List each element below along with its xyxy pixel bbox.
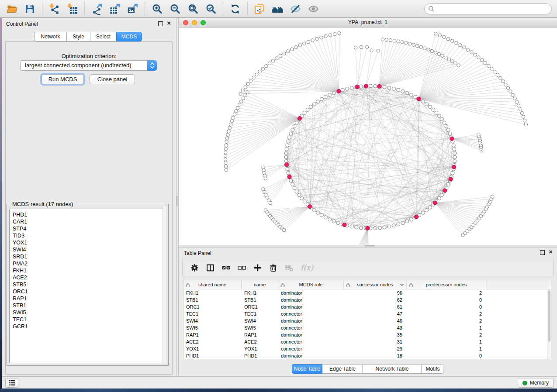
cell[interactable]: PHD1 [183, 352, 242, 359]
cell[interactable]: connector [278, 310, 344, 317]
control-panel-float-button[interactable] [158, 21, 163, 26]
mcds-result-item[interactable]: PHD1 [13, 211, 166, 218]
mcds-result-item[interactable]: SWI5 [13, 309, 166, 316]
cell[interactable]: 96 [344, 289, 407, 296]
cell[interactable]: dominator [278, 303, 344, 310]
cell[interactable]: connector [278, 338, 344, 345]
memory-button[interactable]: Memory [518, 378, 554, 388]
search-input[interactable] [424, 3, 552, 14]
cell[interactable]: ACE2 [242, 338, 278, 345]
mcds-result-item[interactable]: GCR1 [13, 323, 166, 330]
hide-selected-button[interactable] [287, 2, 304, 16]
mcds-result-list[interactable]: PHD1CAR1STP4TID3YOX1SWI4SRD1PMA2FKH1ACE2… [9, 209, 166, 363]
optimization-criterion-select[interactable]: largest connected component (undirected) [20, 60, 157, 71]
tab-network[interactable]: Network [34, 32, 66, 41]
cell[interactable]: dominator [278, 289, 344, 296]
table-scrollbar-thumb[interactable] [548, 290, 550, 342]
tab-style[interactable]: Style [66, 32, 90, 41]
cell[interactable]: 18 [344, 352, 407, 359]
table-row[interactable]: PHD1PHD1dominator180 [183, 352, 551, 359]
cell[interactable]: ACE2 [183, 338, 242, 345]
column-header-successor-nodes[interactable]: successor nodes [344, 280, 407, 289]
network-graph[interactable] [179, 28, 557, 245]
mcds-result-item[interactable]: TID3 [13, 232, 166, 239]
cell[interactable]: TEC1 [183, 310, 242, 317]
column-header-predecessor-nodes[interactable]: predecessor nodes [407, 280, 486, 289]
import-network-button[interactable] [45, 2, 63, 16]
mcds-result-item[interactable]: FKH1 [13, 267, 166, 274]
table-row[interactable]: ACE2ACE2connector311 [183, 338, 551, 345]
mcds-result-item[interactable]: CAR1 [13, 218, 166, 225]
mcds-result-item[interactable]: ACE2 [13, 274, 166, 281]
cell[interactable]: 1 [407, 338, 486, 345]
cell[interactable]: ORC1 [183, 303, 242, 310]
network-from-selection-button[interactable] [251, 2, 269, 16]
mcds-result-item[interactable]: STB5 [13, 281, 166, 288]
cell[interactable]: 2 [407, 331, 486, 338]
mcds-result-item[interactable]: STP4 [13, 225, 166, 232]
cell[interactable]: YOX1 [242, 345, 278, 352]
zoom-out-button[interactable] [166, 2, 184, 16]
refresh-view-button[interactable] [226, 2, 244, 16]
table-panel-float-button[interactable] [540, 250, 545, 255]
tab-mcds[interactable]: MCDS [116, 32, 142, 41]
cell[interactable]: 43 [344, 324, 407, 331]
table-row[interactable]: YOX1YOX1connector291 [183, 345, 551, 352]
mcds-result-item[interactable]: TEC1 [13, 316, 166, 323]
zoom-selected-button[interactable] [202, 2, 220, 16]
cell[interactable]: 46 [344, 317, 407, 324]
mcds-result-item[interactable]: YOX1 [13, 239, 166, 246]
tab-edge-table[interactable]: Edge Table [322, 364, 363, 374]
table-row[interactable]: SWI5SWI5connector431 [183, 324, 551, 331]
export-image-button[interactable] [124, 2, 142, 16]
cell[interactable]: ORC1 [242, 303, 278, 310]
table-row[interactable]: TEC1TEC1connector472 [183, 310, 551, 317]
zoom-in-button[interactable] [148, 2, 166, 16]
column-header-shared-name[interactable]: shared name [183, 280, 242, 289]
mcds-result-item[interactable]: SWI4 [13, 246, 166, 253]
table-scrollbar[interactable] [547, 289, 551, 359]
table-row[interactable]: STB1STB1dominator620 [183, 296, 551, 303]
tab-motifs[interactable]: Motifs [422, 364, 444, 374]
cell[interactable]: RAP1 [242, 331, 278, 338]
cell[interactable]: connector [278, 324, 344, 331]
column-header-MCDS-role[interactable]: MCDS role [278, 280, 344, 289]
tab-network-table[interactable]: Network Table [363, 364, 422, 374]
cell[interactable]: FKH1 [242, 289, 278, 296]
tab-select[interactable]: Select [90, 32, 116, 41]
table-panel-close-button[interactable]: × [549, 248, 553, 256]
cell[interactable]: 2 [407, 289, 486, 296]
control-panel-close-button[interactable]: × [167, 19, 171, 27]
first-neighbors-button[interactable] [269, 2, 287, 16]
cell[interactable]: SWI5 [242, 324, 278, 331]
table-row[interactable]: SWI4SWI4dominator462 [183, 317, 551, 324]
cell[interactable]: 0 [407, 352, 486, 359]
run-mcds-button[interactable]: Run MCDS [42, 74, 84, 84]
table-row[interactable]: RAP1RAP1dominator352 [183, 331, 551, 338]
tab-node-table[interactable]: Node Table [292, 364, 322, 374]
cell[interactable]: 35 [344, 331, 407, 338]
mcds-result-scrollbar[interactable] [163, 205, 167, 364]
mcds-result-item[interactable]: SRD1 [13, 253, 166, 260]
delete-table-button[interactable] [285, 264, 293, 272]
toggle-panes-button[interactable] [206, 264, 214, 272]
delete-columns-button[interactable] [269, 264, 277, 272]
cell[interactable]: FKH1 [183, 289, 242, 296]
add-column-button[interactable] [253, 264, 262, 272]
splitter-grip[interactable] [176, 196, 178, 206]
select-all-rows-button[interactable] [222, 264, 230, 272]
cell[interactable]: STB1 [242, 296, 278, 303]
cell[interactable]: dominator [278, 296, 344, 303]
cell[interactable]: 29 [344, 345, 407, 352]
cell[interactable]: 47 [344, 310, 407, 317]
panel-list-button[interactable] [5, 378, 18, 388]
mcds-result-item[interactable]: ORC1 [13, 288, 166, 295]
export-table-button[interactable] [106, 2, 124, 16]
cell[interactable]: connector [278, 345, 344, 352]
cell[interactable]: 31 [344, 338, 407, 345]
cell[interactable]: SWI4 [242, 317, 278, 324]
cell[interactable]: 1 [407, 345, 486, 352]
apply-function-button[interactable]: f(x) [301, 263, 313, 272]
cell[interactable]: 61 [344, 303, 407, 310]
cell[interactable]: 62 [344, 296, 407, 303]
